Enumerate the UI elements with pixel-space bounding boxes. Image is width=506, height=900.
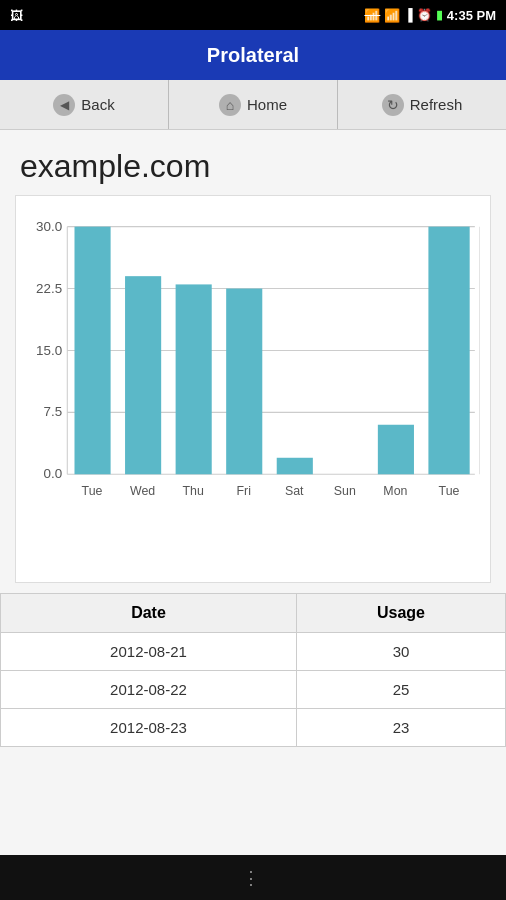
bar-tue2: [428, 227, 469, 475]
bar-wed: [125, 276, 161, 474]
main-content: example.com 30.0 22.5 15.0 7.5 0.0: [0, 130, 506, 855]
table-row: 2012-08-2130: [1, 633, 506, 671]
data-table: Date Usage 2012-08-21302012-08-22252012-…: [0, 593, 506, 747]
battery-icon: ▮: [436, 8, 443, 22]
table-header-usage: Usage: [296, 594, 505, 633]
bar-sat: [277, 458, 313, 475]
table-row: 2012-08-2323: [1, 709, 506, 747]
svg-text:Tue: Tue: [439, 484, 460, 498]
back-label: Back: [81, 96, 114, 113]
no-sim-icon: 📶: [364, 8, 380, 23]
table-header-date: Date: [1, 594, 297, 633]
svg-text:Sun: Sun: [334, 484, 356, 498]
status-right-icons: 📶 📶 ▐ ⏰ ▮ 4:35 PM: [364, 8, 496, 23]
bottom-dots: ⋮: [242, 867, 264, 889]
table-row: 2012-08-2225: [1, 671, 506, 709]
svg-text:Sat: Sat: [285, 484, 304, 498]
refresh-icon: ↻: [382, 94, 404, 116]
svg-text:0.0: 0.0: [43, 466, 62, 481]
home-icon: ⌂: [219, 94, 241, 116]
svg-text:15.0: 15.0: [36, 343, 62, 358]
nav-bar: ◀ Back ⌂ Home ↻ Refresh: [0, 80, 506, 130]
wifi-icon: 📶: [384, 8, 400, 23]
status-bar: 🖼 📶 📶 ▐ ⏰ ▮ 4:35 PM: [0, 0, 506, 30]
svg-text:Thu: Thu: [182, 484, 203, 498]
app-title: Prolateral: [207, 44, 299, 67]
svg-text:Wed: Wed: [130, 484, 155, 498]
refresh-button[interactable]: ↻ Refresh: [338, 80, 506, 129]
bar-mon: [378, 425, 414, 475]
bottom-bar: ⋮: [0, 855, 506, 900]
bar-fri: [226, 289, 262, 475]
home-label: Home: [247, 96, 287, 113]
cell-date: 2012-08-22: [1, 671, 297, 709]
cell-usage: 25: [296, 671, 505, 709]
bar-tue: [74, 227, 110, 475]
cell-usage: 30: [296, 633, 505, 671]
back-icon: ◀: [53, 94, 75, 116]
bar-thu: [176, 284, 212, 474]
svg-text:7.5: 7.5: [43, 404, 62, 419]
home-button[interactable]: ⌂ Home: [169, 80, 338, 129]
chart-container: 30.0 22.5 15.0 7.5 0.0 Tue Wed: [15, 195, 491, 583]
svg-text:Tue: Tue: [82, 484, 103, 498]
cell-usage: 23: [296, 709, 505, 747]
bar-chart: 30.0 22.5 15.0 7.5 0.0 Tue Wed: [26, 206, 480, 577]
svg-text:Mon: Mon: [383, 484, 407, 498]
back-button[interactable]: ◀ Back: [0, 80, 169, 129]
image-icon: 🖼: [10, 8, 23, 23]
time-display: 4:35 PM: [447, 8, 496, 23]
cell-date: 2012-08-21: [1, 633, 297, 671]
cell-signal-icon: ▐: [404, 8, 413, 22]
alarm-icon: ⏰: [417, 8, 432, 22]
svg-text:22.5: 22.5: [36, 281, 62, 296]
site-title: example.com: [0, 130, 506, 195]
title-bar: Prolateral: [0, 30, 506, 80]
cell-date: 2012-08-23: [1, 709, 297, 747]
svg-text:Fri: Fri: [236, 484, 250, 498]
refresh-label: Refresh: [410, 96, 463, 113]
status-left-icons: 🖼: [10, 8, 23, 23]
svg-text:30.0: 30.0: [36, 219, 62, 234]
